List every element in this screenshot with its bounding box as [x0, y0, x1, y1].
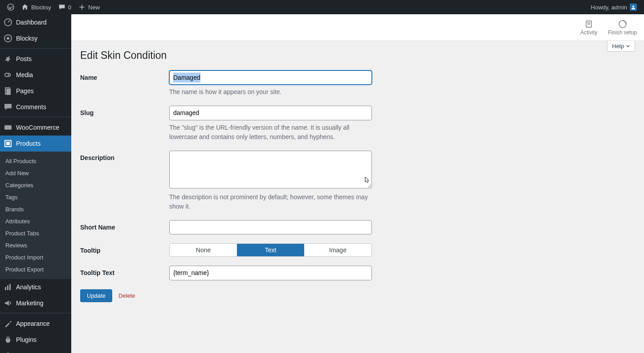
tooltip-option-none[interactable]: None — [170, 244, 237, 256]
marketing-icon — [4, 299, 12, 308]
new-label: New — [88, 4, 100, 11]
new-content[interactable]: New — [75, 0, 103, 14]
page-title: Edit Skin Condition — [80, 45, 635, 70]
pages-icon — [4, 86, 12, 95]
tooltip-text-field[interactable] — [169, 266, 372, 280]
admin-sidebar: Dashboard Blocksy Posts Media Pages Comm… — [0, 14, 71, 311]
submenu-categories[interactable]: Categories — [0, 179, 71, 191]
sidebar-item-label: Media — [16, 71, 33, 78]
submenu-tags[interactable]: Tags — [0, 191, 71, 203]
activity-label: Activity — [580, 29, 597, 36]
short-name-label: Short Name — [80, 220, 169, 231]
analytics-icon — [4, 283, 12, 291]
submenu-add-new[interactable]: Add New — [0, 167, 71, 179]
comment-icon — [58, 4, 65, 11]
slug-label: Slug — [80, 106, 169, 116]
submenu-attributes[interactable]: Attributes — [0, 215, 71, 227]
sidebar-item-woocommerce[interactable]: WooCommerce — [0, 119, 71, 135]
blocksy-icon — [4, 34, 12, 43]
svg-rect-12 — [7, 285, 8, 290]
submenu-product-export[interactable]: Product Export — [0, 263, 71, 275]
svg-rect-13 — [9, 284, 11, 290]
svg-rect-8 — [4, 125, 12, 130]
wp-logo[interactable] — [4, 0, 18, 14]
tooltip-option-text[interactable]: Text — [237, 244, 304, 256]
sidebar-item-label: Marketing — [16, 300, 43, 307]
comments-link[interactable]: 0 — [55, 0, 75, 14]
sidebar-item-label: Comments — [16, 103, 46, 111]
sidebar-item-media[interactable]: Media — [0, 67, 71, 83]
home-icon — [21, 4, 29, 11]
finish-setup-icon — [618, 20, 627, 29]
finish-setup-button[interactable]: Finish setup — [608, 20, 637, 36]
admin-bar: Blocksy 0 New Howdy, admin — [0, 0, 644, 14]
sidebar-item-label: Pages — [16, 87, 34, 94]
chevron-down-icon — [626, 44, 630, 49]
submenu-brands[interactable]: Brands — [0, 203, 71, 215]
finish-setup-label: Finish setup — [608, 29, 637, 36]
dashboard-icon — [4, 18, 12, 27]
sidebar-item-label: Products — [16, 140, 41, 147]
delete-link[interactable]: Delete — [118, 292, 135, 299]
name-description: The name is how it appears on your site. — [169, 87, 372, 97]
name-label: Name — [80, 70, 169, 81]
products-icon — [4, 139, 12, 148]
sidebar-item-label: Blocksy — [16, 35, 37, 42]
edit-form: Name The name is how it appears on your … — [80, 70, 635, 302]
name-field[interactable] — [169, 70, 372, 85]
site-name: Blocksy — [31, 4, 51, 11]
plus-icon — [78, 4, 86, 11]
user-account[interactable]: Howdy, admin — [587, 0, 640, 14]
menu-separator — [0, 115, 71, 117]
avatar-icon — [631, 5, 636, 9]
description-field[interactable] — [169, 151, 372, 189]
user-greeting: Howdy, admin — [591, 4, 627, 11]
svg-point-1 — [632, 6, 634, 8]
tooltip-text-label: Tooltip Text — [80, 266, 169, 276]
sidebar-item-analytics[interactable]: Analytics — [0, 279, 71, 295]
svg-rect-11 — [5, 287, 6, 290]
pin-icon — [4, 54, 12, 63]
sidebar-item-label: Posts — [16, 55, 32, 62]
submenu-product-import[interactable]: Product Import — [0, 251, 71, 263]
sidebar-item-products[interactable]: Products — [0, 135, 71, 152]
tooltip-label: Tooltip — [80, 243, 169, 254]
page-content: Help Edit Skin Condition Name The name i… — [71, 41, 644, 311]
content-wrap: Activity Finish setup Help Edit Skin Con… — [71, 14, 644, 311]
description-description: The description is not prominent by defa… — [169, 193, 372, 211]
svg-point-5 — [5, 73, 8, 77]
woo-icon — [4, 123, 12, 132]
media-icon — [4, 70, 12, 79]
short-name-field[interactable] — [169, 220, 372, 234]
tooltip-segmented: None Text Image — [169, 243, 372, 257]
site-home[interactable]: Blocksy — [18, 0, 55, 14]
svg-rect-10 — [6, 142, 10, 145]
slug-field[interactable] — [169, 106, 372, 120]
help-label: Help — [612, 43, 624, 49]
sidebar-item-marketing[interactable]: Marketing — [0, 295, 71, 311]
menu-separator — [0, 46, 71, 49]
sidebar-item-label: Dashboard — [16, 19, 47, 26]
comments-icon — [4, 103, 12, 111]
help-tab[interactable]: Help — [607, 41, 635, 52]
top-actions-bar: Activity Finish setup — [71, 14, 644, 41]
slug-description: The "slug" is the URL-friendly version o… — [169, 123, 372, 142]
svg-point-4 — [7, 37, 9, 40]
sidebar-item-label: WooCommerce — [16, 124, 59, 131]
sidebar-item-dashboard[interactable]: Dashboard — [0, 14, 71, 30]
submenu-all-products[interactable]: All Products — [0, 155, 71, 167]
sidebar-item-comments[interactable]: Comments — [0, 99, 71, 115]
sidebar-item-posts[interactable]: Posts — [0, 51, 71, 67]
comments-count: 0 — [68, 4, 71, 11]
wordpress-icon — [7, 4, 14, 11]
submenu-reviews[interactable]: Reviews — [0, 239, 71, 251]
submenu-product-tabs[interactable]: Product Tabs — [0, 227, 71, 239]
sidebar-item-blocksy[interactable]: Blocksy — [0, 30, 71, 46]
activity-button[interactable]: Activity — [580, 20, 597, 36]
description-label: Description — [80, 151, 169, 161]
activity-icon — [584, 20, 593, 29]
sidebar-item-pages[interactable]: Pages — [0, 83, 71, 99]
update-button[interactable]: Update — [80, 289, 112, 302]
tooltip-option-image[interactable]: Image — [304, 244, 371, 256]
svg-rect-7 — [6, 89, 11, 95]
